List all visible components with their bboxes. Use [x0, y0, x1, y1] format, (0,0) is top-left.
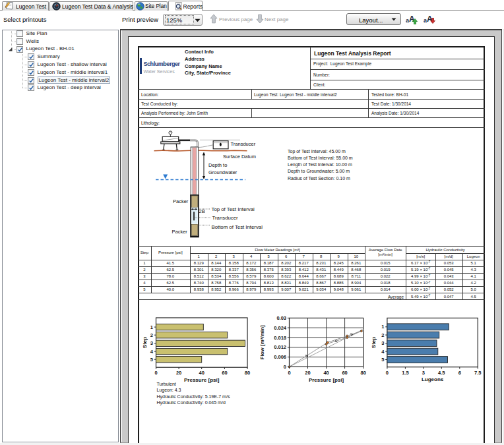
- svg-text:Packer: Packer: [173, 198, 189, 204]
- svg-text:2: 2: [150, 332, 153, 338]
- svg-text:Bottom of Test Interval: Bottom of Test Interval: [212, 224, 263, 230]
- svg-text:Hydraulic Conductivity: 5.19E-: Hydraulic Conductivity: 5.19E-7 m/s: [157, 394, 230, 400]
- svg-text:Top of Test Interval: 45.00 m: Top of Test Interval: 45.00 m: [288, 149, 346, 154]
- svg-text:Step: Step: [371, 337, 377, 348]
- svg-text:1: 1: [381, 324, 384, 330]
- svg-text:20: 20: [176, 370, 181, 376]
- svg-text:Hydraulic Conductivity: 0.045: Hydraulic Conductivity: 0.045 m/d: [157, 400, 226, 405]
- svg-text:Turbulent: Turbulent: [157, 382, 176, 386]
- svg-text:Lugeons: Lugeons: [422, 376, 444, 382]
- svg-text:0.012: 0.012: [274, 344, 286, 350]
- svg-text:60: 60: [222, 370, 227, 376]
- svg-text:5: 5: [150, 357, 153, 363]
- svg-text:Flow [m³/min]: Flow [m³/min]: [259, 325, 265, 359]
- svg-text:0: 0: [288, 370, 290, 376]
- svg-text:Radius of Test Section: 0.10 m: Radius of Test Section: 0.10 m: [288, 176, 350, 181]
- svg-text:3: 3: [381, 340, 384, 346]
- svg-text:0: 0: [154, 370, 157, 376]
- svg-text:3: 3: [422, 370, 425, 376]
- svg-text:3: 3: [150, 340, 153, 346]
- svg-text:Bottom of Test Interval: 55.00: Bottom of Test Interval: 55.00 m: [288, 156, 353, 160]
- svg-text:Packer: Packer: [172, 229, 188, 235]
- svg-text:1: 1: [150, 324, 153, 330]
- svg-text:Transducer: Transducer: [212, 215, 239, 221]
- svg-text:0.018: 0.018: [274, 335, 286, 341]
- svg-text:Surface Datum: Surface Datum: [223, 154, 256, 160]
- svg-text:80: 80: [245, 370, 250, 376]
- svg-text:0.024: 0.024: [274, 325, 287, 331]
- svg-text:Groundwater: Groundwater: [208, 169, 237, 175]
- svg-text:Transducer: Transducer: [231, 141, 256, 147]
- svg-text:4.5: 4.5: [438, 370, 445, 376]
- svg-text:6: 6: [458, 370, 461, 376]
- svg-text:80: 80: [361, 370, 366, 376]
- svg-text:20: 20: [305, 370, 310, 376]
- svg-text:0: 0: [386, 370, 389, 376]
- svg-text:Depth to Groundwater: 5.00 m: Depth to Groundwater: 5.00 m: [288, 169, 350, 174]
- svg-text:0.006: 0.006: [274, 354, 286, 360]
- svg-text:40: 40: [199, 370, 205, 376]
- svg-text:Top of Test Interval: Top of Test Interval: [212, 206, 255, 212]
- svg-text:5: 5: [381, 357, 384, 363]
- svg-text:7.5: 7.5: [474, 370, 481, 376]
- svg-text:Length of Test Interval: 10.00: Length of Test Interval: 10.00 m: [288, 162, 352, 167]
- svg-text:2B: 2B: [199, 208, 205, 214]
- svg-text:Pressure [psi]: Pressure [psi]: [184, 377, 220, 383]
- svg-text:2: 2: [381, 332, 384, 338]
- svg-text:0: 0: [284, 364, 286, 370]
- svg-text:Lugeon: 4.3: Lugeon: 4.3: [157, 388, 181, 393]
- svg-text:0.03: 0.03: [276, 315, 286, 321]
- svg-text:Depth to: Depth to: [208, 162, 227, 168]
- svg-text:Step: Step: [142, 337, 148, 348]
- svg-text:Pressure [psi]: Pressure [psi]: [309, 377, 344, 383]
- svg-text:4: 4: [150, 349, 154, 355]
- svg-text:1.5: 1.5: [402, 370, 408, 376]
- svg-text:40: 40: [323, 370, 329, 376]
- svg-text:60: 60: [342, 370, 347, 376]
- svg-text:4: 4: [381, 349, 385, 355]
